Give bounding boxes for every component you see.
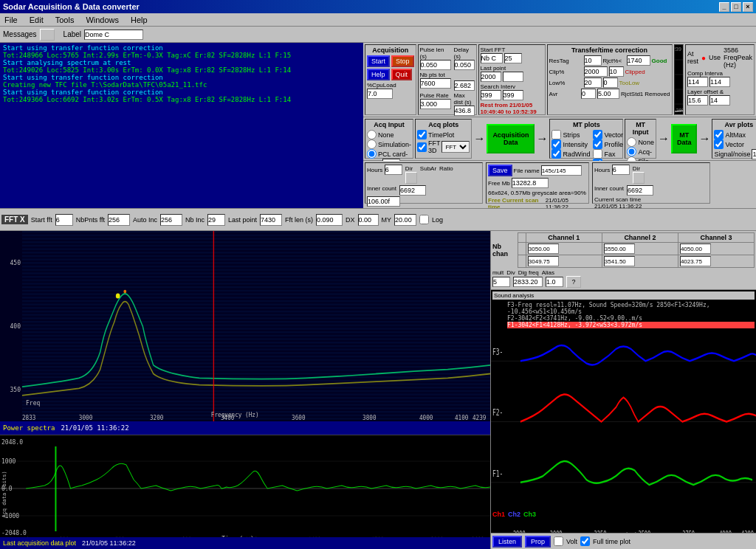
profile-check[interactable] [593, 139, 602, 149]
stop-button[interactable]: Stop [391, 55, 414, 67]
timeplot-check[interactable] [417, 130, 427, 139]
dx-input[interactable] [358, 214, 379, 226]
auto-inc-label: Auto Inc [133, 216, 157, 224]
file-name-label: File name [514, 168, 540, 174]
clip-2000[interactable] [584, 66, 608, 77]
comp-val2[interactable] [709, 77, 730, 87]
svg-text:Frequency (Hz): Frequency (Hz) [211, 410, 259, 418]
altmax-check[interactable] [714, 130, 724, 139]
radwind-check[interactable] [551, 149, 561, 159]
div-label: Div [506, 269, 515, 276]
ch1-row2[interactable] [528, 256, 559, 266]
maximize-button[interactable]: □ [731, 2, 741, 12]
ch2-row1[interactable] [604, 244, 635, 254]
menu-tools[interactable]: Tools [52, 15, 78, 25]
menu-help[interactable]: Help [128, 15, 151, 25]
acquisition-data-button[interactable]: Acquisition Data [487, 124, 535, 153]
low-0[interactable] [603, 77, 618, 88]
acq-pcl-radio[interactable] [367, 149, 377, 159]
hours-input-2[interactable] [612, 165, 630, 175]
svg-rect-8 [22, 231, 490, 421]
free-mb-input[interactable] [512, 178, 549, 188]
div-input[interactable] [513, 277, 543, 287]
last-point-val2[interactable] [503, 72, 523, 82]
fax-check[interactable] [593, 149, 602, 159]
close-button[interactable]: × [743, 2, 753, 12]
fft3d-select[interactable]: FFT 3D [441, 141, 470, 153]
intensity-check[interactable] [551, 139, 561, 149]
restag-input[interactable] [584, 55, 602, 66]
inner-count-input-2[interactable] [627, 185, 653, 196]
alias-button[interactable]: ? [566, 276, 581, 288]
minimize-button[interactable]: _ [719, 2, 729, 12]
mt-none-radio[interactable] [627, 137, 636, 147]
messages-icon[interactable] [40, 29, 55, 41]
rjct-input[interactable] [627, 55, 650, 66]
inner-count-input-1[interactable] [399, 185, 426, 196]
search-interv-val2[interactable] [503, 90, 523, 100]
nb-pts-input2[interactable] [454, 80, 475, 91]
delay-input[interactable] [454, 60, 475, 70]
layer-val[interactable] [687, 95, 708, 106]
dig-freq-input[interactable] [546, 277, 563, 287]
ch3-row1[interactable] [680, 244, 711, 254]
mini-fft-xend: 4239 [674, 46, 681, 52]
last-point-val1[interactable] [481, 72, 501, 82]
file-name-input[interactable] [541, 165, 582, 176]
quit-button[interactable]: Quit [391, 69, 413, 80]
signal-noise-input[interactable] [752, 149, 756, 159]
pulse-rate-input[interactable] [420, 99, 451, 109]
strips-check[interactable] [551, 130, 561, 139]
ch3-row2[interactable] [680, 256, 711, 266]
ch2-row2[interactable] [604, 256, 635, 266]
start-fft-val[interactable] [504, 53, 522, 63]
line-input[interactable] [367, 196, 400, 207]
save-button[interactable]: Save [488, 165, 512, 176]
svg-text:2800: 2800 [513, 529, 526, 533]
auto-inc-input[interactable] [160, 214, 182, 226]
max-dist-input[interactable] [454, 106, 475, 116]
nb-pts-input[interactable] [420, 78, 451, 89]
clip-val[interactable] [609, 66, 624, 77]
ch1-row1[interactable] [528, 244, 559, 254]
menu-windows[interactable]: Windows [83, 15, 122, 25]
search-interv-val1[interactable] [481, 90, 501, 100]
acq-sim-radio[interactable] [367, 139, 377, 149]
nb-pts2-input[interactable] [108, 214, 130, 226]
full-time-plot-checkbox[interactable] [580, 536, 590, 546]
last-pt2-input[interactable] [260, 214, 282, 226]
menu-file[interactable]: File [1, 15, 21, 25]
help-button[interactable]: Help [367, 69, 390, 80]
mt-data-button[interactable]: MT Data [671, 124, 698, 153]
fft-len-input[interactable] [316, 214, 343, 226]
prop-button[interactable]: Prop [525, 536, 551, 548]
svg-text:-2048.0: -2048.0 [1, 530, 27, 536]
log-checkbox[interactable] [419, 215, 429, 224]
hours-input-1[interactable] [385, 165, 402, 175]
dir-button-1[interactable] [405, 172, 417, 184]
start-fft2-input[interactable] [55, 214, 73, 226]
comp-val1[interactable] [687, 77, 708, 87]
mt-acq-radio[interactable] [627, 147, 636, 156]
mult-input[interactable] [492, 277, 510, 287]
avr-0[interactable] [581, 89, 596, 99]
label-input[interactable] [84, 30, 143, 40]
avr-val[interactable] [597, 89, 619, 99]
start-button[interactable]: Start [367, 55, 390, 67]
pulse-len-input[interactable] [420, 60, 451, 70]
dir-button-2[interactable] [633, 172, 645, 184]
acq-none-radio[interactable] [367, 130, 377, 139]
nb-inc-input[interactable] [207, 214, 225, 226]
cpu-load-input[interactable] [367, 89, 393, 99]
my-input[interactable] [394, 214, 416, 226]
vector-check[interactable] [593, 130, 602, 139]
low-20[interactable] [584, 77, 602, 88]
volt-checkbox[interactable] [554, 536, 563, 546]
layer-val2[interactable] [709, 95, 730, 106]
start-fft-input[interactable] [481, 53, 503, 63]
fft3d-check[interactable] [417, 142, 427, 152]
menu-edit[interactable]: Edit [27, 15, 47, 25]
listen-button[interactable]: Listen [492, 536, 522, 548]
avr-vector-check[interactable] [714, 139, 724, 149]
waveform-area: 2048.0 1000 0.0 -1000 -2048.0 0 200 500 … [0, 435, 490, 549]
